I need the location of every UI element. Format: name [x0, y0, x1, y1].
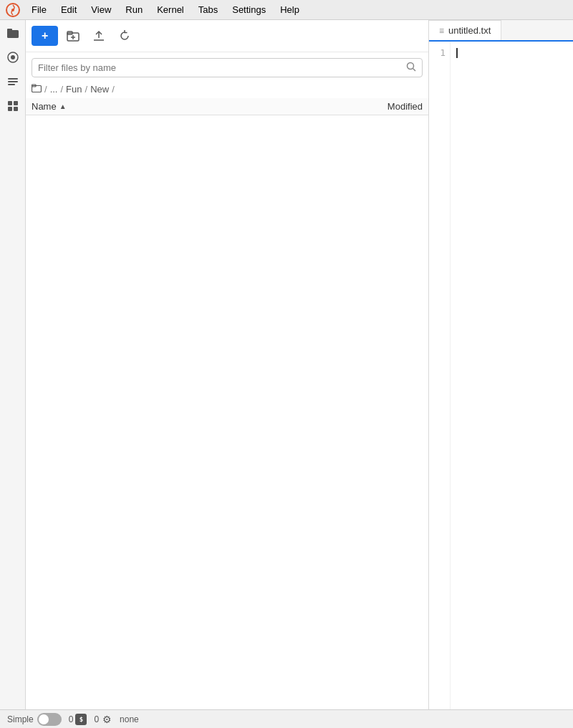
search-icon: [406, 62, 416, 74]
breadcrumb: / ... / Fun / New /: [26, 80, 428, 98]
menu-file[interactable]: File: [26, 3, 52, 16]
svg-point-5: [11, 55, 15, 59]
breadcrumb-folder-icon: [32, 83, 42, 95]
line-number-1: 1: [433, 47, 446, 58]
breadcrumb-sep-3: /: [85, 84, 88, 95]
menu-bar: File Edit View Run Kernel Tabs Settings …: [0, 0, 573, 20]
sort-arrow-icon: ▲: [59, 102, 67, 110]
line-numbers: 1: [429, 42, 451, 709]
svg-rect-14: [10, 105, 16, 107]
status-bar: Simple 0 $ 0 ⚙ none: [0, 709, 573, 728]
column-name[interactable]: Name ▲: [32, 101, 315, 112]
count1-value: 0: [69, 714, 74, 724]
editor-tab-untitled[interactable]: ≡ untitled.txt: [429, 20, 501, 40]
svg-point-1: [11, 9, 14, 11]
menu-run[interactable]: Run: [120, 3, 148, 16]
simple-label: Simple: [7, 714, 34, 724]
menu-edit[interactable]: Edit: [55, 3, 82, 16]
menu-settings[interactable]: Settings: [226, 3, 271, 16]
column-modified[interactable]: Modified: [315, 101, 423, 112]
upload-icon: [92, 29, 105, 42]
status-count-1: 0 $: [69, 714, 87, 725]
svg-rect-12: [14, 107, 18, 111]
svg-line-22: [413, 69, 416, 72]
tab-file-icon: ≡: [439, 26, 444, 36]
file-table-header: Name ▲ Modified: [26, 98, 428, 115]
menu-help[interactable]: Help: [274, 3, 305, 16]
breadcrumb-ellipsis[interactable]: ...: [50, 84, 58, 95]
simple-mode-toggle: Simple: [7, 713, 62, 726]
sidebar-icons: [0, 20, 26, 709]
refresh-icon: [118, 29, 131, 42]
status-count-2: 0 ⚙: [94, 714, 112, 725]
editor-textarea[interactable]: [451, 42, 573, 709]
svg-point-21: [408, 63, 414, 70]
sidebar-item-extensions[interactable]: [4, 97, 21, 115]
file-browser: +: [26, 20, 429, 709]
sidebar-item-table-of-contents[interactable]: [4, 73, 21, 90]
count2-value: 0: [94, 714, 99, 724]
main-area: +: [0, 20, 573, 709]
app-logo: [6, 3, 20, 17]
editor-tab-bar: ≡ untitled.txt: [429, 20, 573, 42]
plus-icon: +: [42, 29, 48, 42]
text-cursor: [456, 48, 458, 58]
search-wrapper: [32, 58, 423, 77]
breadcrumb-fun[interactable]: Fun: [66, 84, 82, 95]
editor-content: 1: [429, 42, 573, 709]
svg-rect-3: [7, 29, 12, 32]
new-launcher-button[interactable]: +: [32, 26, 58, 46]
toggle-knob: [39, 714, 49, 724]
mode-text: none: [120, 714, 139, 724]
editor-panel: ≡ untitled.txt 1: [429, 20, 573, 709]
gear-icon[interactable]: ⚙: [101, 714, 112, 725]
breadcrumb-new[interactable]: New: [90, 84, 109, 95]
tab-label: untitled.txt: [448, 25, 491, 36]
file-browser-toolbar: +: [26, 20, 428, 52]
new-folder-button[interactable]: [62, 26, 84, 46]
menu-kernel[interactable]: Kernel: [151, 3, 190, 16]
breadcrumb-sep-2: /: [60, 84, 63, 95]
refresh-button[interactable]: [114, 26, 135, 46]
svg-rect-6: [8, 78, 18, 80]
menu-view[interactable]: View: [85, 3, 117, 16]
sidebar-item-folder[interactable]: [4, 24, 21, 42]
search-area: [26, 52, 428, 80]
breadcrumb-sep-1: /: [44, 84, 47, 95]
menu-tabs[interactable]: Tabs: [193, 3, 223, 16]
search-input[interactable]: [38, 62, 406, 73]
svg-rect-10: [14, 101, 18, 105]
svg-rect-11: [8, 107, 12, 111]
breadcrumb-sep-4: /: [112, 84, 115, 95]
svg-rect-9: [8, 101, 12, 105]
svg-rect-7: [8, 81, 18, 82]
sidebar-item-running[interactable]: [4, 49, 21, 66]
new-folder-icon: [67, 29, 80, 42]
file-list: [26, 115, 428, 709]
terminal-icon[interactable]: $: [75, 714, 87, 725]
svg-rect-8: [8, 84, 15, 85]
upload-button[interactable]: [88, 26, 110, 46]
mode-toggle-switch[interactable]: [37, 713, 62, 726]
